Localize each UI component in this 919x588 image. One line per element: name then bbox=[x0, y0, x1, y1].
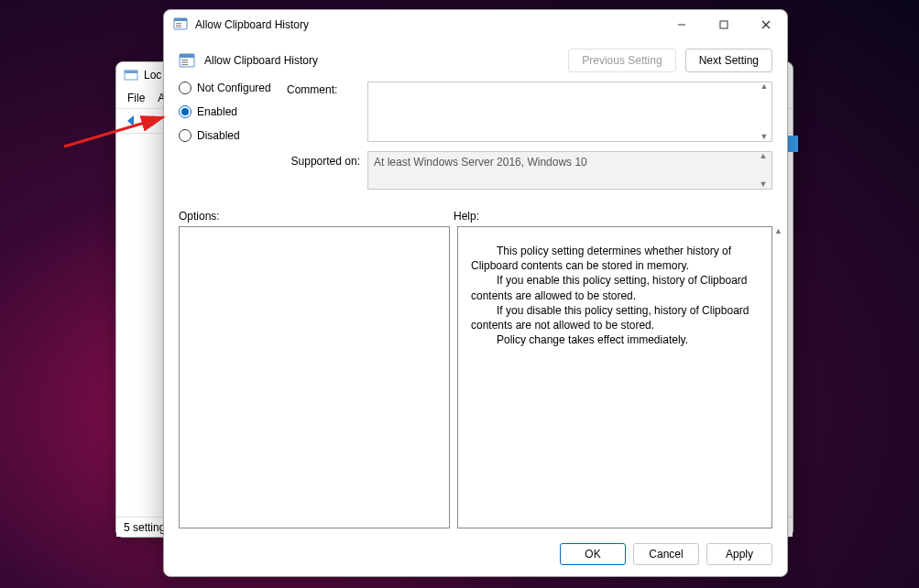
back-icon[interactable] bbox=[122, 111, 142, 131]
radio-not-configured[interactable]: Not Configured bbox=[179, 82, 279, 94]
ok-button[interactable]: OK bbox=[560, 543, 626, 565]
apply-button[interactable]: Apply bbox=[706, 543, 772, 565]
supported-text: At least Windows Server 2016, Windows 10 bbox=[374, 156, 587, 169]
help-paragraph: Policy change takes effect immediately. bbox=[471, 332, 759, 347]
help-paragraph: If you enable this policy setting, histo… bbox=[471, 273, 759, 302]
comment-textarea[interactable]: ▲ ▼ bbox=[367, 82, 772, 142]
radio-icon bbox=[179, 82, 191, 94]
policy-name: Allow Clipboard History bbox=[204, 54, 318, 67]
scroll-up-icon: ▲ bbox=[774, 227, 782, 235]
scroll-up-icon: ▲ bbox=[760, 152, 768, 160]
minimize-button[interactable] bbox=[661, 11, 703, 38]
status-text: 5 setting bbox=[124, 521, 165, 534]
svg-rect-13 bbox=[181, 60, 188, 60]
svg-rect-4 bbox=[176, 23, 181, 24]
policy-dialog: Allow Clipboard History Allow Clipboard … bbox=[163, 9, 788, 577]
svg-rect-14 bbox=[181, 62, 188, 63]
parent-title: Loc bbox=[144, 69, 161, 82]
forward-icon[interactable] bbox=[144, 111, 164, 131]
dialog-icon bbox=[173, 16, 188, 34]
svg-rect-1 bbox=[125, 71, 137, 73]
supported-on-label: Supported on: bbox=[287, 151, 360, 168]
radio-label: Enabled bbox=[197, 105, 237, 118]
radio-label: Disabled bbox=[197, 129, 240, 142]
dialog-footer: OK Cancel Apply bbox=[164, 534, 787, 576]
next-setting-button[interactable]: Next Setting bbox=[685, 49, 772, 72]
radio-icon bbox=[179, 129, 191, 142]
svg-rect-15 bbox=[181, 64, 188, 65]
radio-label: Not Configured bbox=[197, 82, 271, 94]
state-radio-group: Not Configured Enabled Disabled bbox=[179, 82, 279, 142]
supported-on-value: At least Windows Server 2016, Windows 10… bbox=[367, 151, 772, 190]
radio-disabled[interactable]: Disabled bbox=[179, 129, 279, 142]
radio-enabled[interactable]: Enabled bbox=[179, 105, 279, 118]
scroll-down-icon[interactable]: ▼ bbox=[760, 133, 769, 141]
cancel-button[interactable]: Cancel bbox=[633, 543, 699, 565]
comment-label: Comment: bbox=[287, 82, 360, 96]
help-pane: ▲ This policy setting determines whether… bbox=[457, 226, 772, 528]
dialog-titlebar[interactable]: Allow Clipboard History bbox=[164, 10, 787, 39]
help-paragraph: If you disable this policy setting, hist… bbox=[471, 303, 759, 332]
svg-rect-12 bbox=[180, 54, 194, 58]
help-paragraph: This policy setting determines whether h… bbox=[471, 244, 759, 273]
radio-icon bbox=[179, 105, 191, 118]
svg-rect-5 bbox=[176, 25, 181, 26]
help-label: Help: bbox=[454, 210, 479, 223]
maximize-button[interactable] bbox=[703, 11, 745, 38]
svg-rect-3 bbox=[174, 18, 187, 21]
svg-rect-8 bbox=[720, 21, 728, 28]
scroll-up-icon[interactable]: ▲ bbox=[760, 82, 769, 91]
svg-rect-6 bbox=[176, 27, 181, 27]
selection-highlight bbox=[787, 136, 798, 152]
menu-file[interactable]: File bbox=[122, 90, 150, 106]
scroll-down-icon: ▼ bbox=[760, 180, 768, 189]
options-label: Options: bbox=[179, 210, 454, 223]
close-button[interactable] bbox=[745, 11, 787, 38]
previous-setting-button[interactable]: Previous Setting bbox=[568, 49, 675, 72]
mmc-icon bbox=[124, 68, 138, 82]
dialog-title: Allow Clipboard History bbox=[195, 18, 309, 31]
options-pane bbox=[179, 226, 450, 528]
policy-icon bbox=[179, 52, 195, 69]
